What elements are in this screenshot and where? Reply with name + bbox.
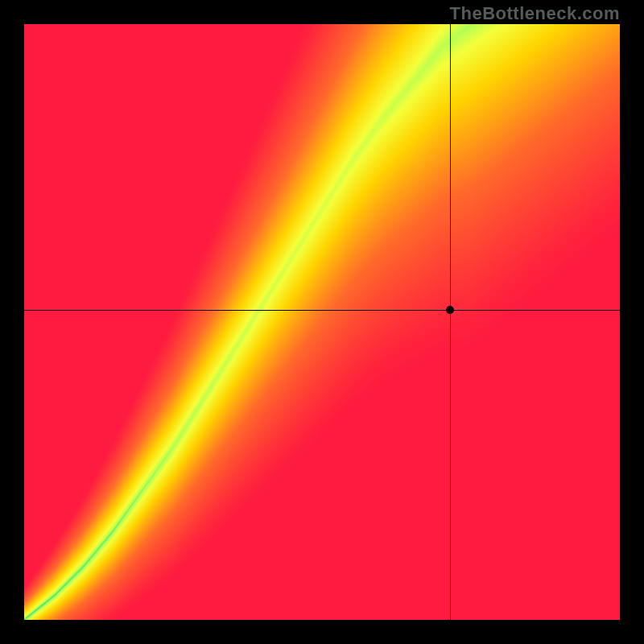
chart-container: TheBottleneck.com — [0, 0, 644, 644]
marker-dot — [446, 306, 454, 314]
plot-area — [24, 24, 620, 620]
watermark-text: TheBottleneck.com — [450, 3, 620, 24]
crosshair-horizontal — [24, 310, 620, 311]
heatmap-canvas — [24, 24, 620, 620]
crosshair-vertical — [450, 24, 451, 620]
